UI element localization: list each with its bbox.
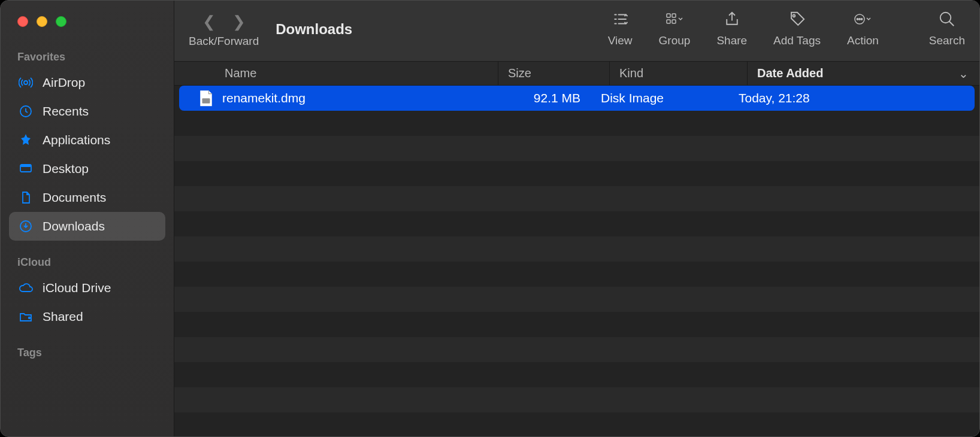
empty-row: [174, 387, 979, 412]
svg-rect-3: [20, 165, 31, 167]
dmg-file-icon: [198, 89, 214, 107]
toolbar: ❮ ❯ Back/Forward Downloads View: [174, 1, 979, 62]
empty-row: [174, 136, 979, 161]
sidebar-heading-icloud: iCloud: [9, 251, 165, 274]
nav-back-forward: ❮ ❯ Back/Forward: [189, 9, 259, 48]
empty-row: [174, 186, 979, 211]
file-row[interactable]: renamekit.dmg 92.1 MB Disk Image Today, …: [179, 86, 975, 111]
sidebar-item-label: AirDrop: [43, 75, 85, 90]
svg-rect-7: [672, 14, 676, 17]
svg-rect-8: [667, 20, 670, 23]
grid-icon: [663, 9, 686, 29]
svg-point-12: [857, 19, 858, 20]
file-date: Today, 21:28: [729, 91, 975, 105]
window-title: Downloads: [276, 21, 352, 38]
tags-button[interactable]: Add Tags: [773, 9, 821, 47]
action-button[interactable]: Action: [847, 9, 879, 47]
empty-row: [174, 362, 979, 387]
svg-point-10: [793, 15, 795, 17]
svg-rect-6: [667, 14, 670, 17]
tool-label: Add Tags: [773, 34, 821, 47]
empty-row: [174, 337, 979, 362]
column-kind[interactable]: Kind: [609, 62, 747, 85]
applications-icon: [17, 132, 34, 148]
toolbar-tools: View Group Share: [608, 9, 965, 47]
sidebar-item-downloads[interactable]: Downloads: [9, 212, 165, 241]
tag-icon: [785, 9, 809, 29]
sidebar-item-desktop[interactable]: Desktop: [9, 154, 165, 183]
svg-point-14: [861, 19, 863, 20]
main-pane: ❮ ❯ Back/Forward Downloads View: [174, 1, 979, 436]
sidebar-heading-tags: Tags: [9, 342, 165, 364]
sidebar-item-label: Recents: [43, 104, 89, 119]
clock-icon: [17, 103, 34, 120]
empty-row: [174, 262, 979, 287]
finder-window: Favorites AirDrop Recents Applications D…: [0, 0, 980, 437]
share-button[interactable]: Share: [716, 9, 747, 47]
empty-row: [174, 111, 979, 136]
sidebar-item-label: Shared: [43, 309, 83, 324]
file-kind: Disk Image: [591, 91, 729, 105]
sidebar-item-icloud-drive[interactable]: iCloud Drive: [9, 274, 165, 302]
sidebar-item-label: Applications: [43, 133, 110, 147]
empty-row: [174, 161, 979, 186]
svg-point-15: [940, 13, 951, 23]
sidebar: Favorites AirDrop Recents Applications D…: [1, 1, 174, 436]
empty-row: [174, 287, 979, 312]
desktop-icon: [17, 160, 34, 177]
empty-row: [174, 211, 979, 236]
column-size[interactable]: Size: [498, 62, 609, 85]
forward-button[interactable]: ❯: [232, 13, 246, 31]
file-name: renamekit.dmg: [222, 91, 306, 105]
sidebar-item-shared[interactable]: Shared: [9, 302, 165, 331]
tool-label: Share: [716, 34, 747, 47]
column-name[interactable]: Name: [216, 62, 498, 85]
zoom-button[interactable]: [56, 16, 66, 27]
sidebar-item-airdrop[interactable]: AirDrop: [9, 68, 165, 97]
nav-label: Back/Forward: [189, 35, 259, 48]
sidebar-item-label: iCloud Drive: [43, 281, 111, 295]
svg-point-13: [859, 19, 860, 20]
back-button[interactable]: ❮: [202, 13, 216, 31]
column-header: Name Size Kind Date Added ⌄: [174, 62, 979, 86]
share-icon: [720, 9, 744, 29]
svg-rect-9: [672, 20, 676, 23]
tool-label: Search: [929, 34, 965, 47]
group-button[interactable]: Group: [659, 9, 691, 47]
sidebar-item-label: Desktop: [43, 162, 89, 176]
sidebar-item-recents[interactable]: Recents: [9, 97, 165, 126]
column-date-label: Date Added: [757, 66, 823, 80]
search-button[interactable]: Search: [929, 9, 965, 47]
column-date-added[interactable]: Date Added ⌄: [747, 62, 979, 85]
traffic-lights: [9, 14, 165, 46]
svg-point-0: [24, 81, 28, 84]
search-icon: [935, 9, 959, 29]
tool-label: Group: [659, 34, 691, 47]
minimize-button[interactable]: [37, 16, 47, 27]
document-icon: [17, 189, 34, 206]
chevron-down-icon: ⌄: [958, 66, 969, 81]
view-button[interactable]: View: [608, 9, 633, 47]
list-view-icon: [608, 9, 632, 29]
airdrop-icon: [17, 74, 34, 91]
downloads-icon: [17, 218, 34, 235]
tool-label: Action: [847, 34, 879, 47]
empty-row: [174, 312, 979, 337]
sidebar-item-label: Downloads: [43, 219, 105, 233]
svg-point-5: [28, 317, 31, 319]
file-size: 92.1 MB: [480, 91, 591, 105]
cloud-icon: [17, 280, 34, 296]
empty-row: [174, 236, 979, 262]
sidebar-item-documents[interactable]: Documents: [9, 183, 165, 212]
sidebar-item-label: Documents: [43, 190, 106, 205]
sidebar-heading-favorites: Favorites: [9, 46, 165, 68]
action-ellipsis-icon: [851, 9, 875, 29]
file-list: renamekit.dmg 92.1 MB Disk Image Today, …: [174, 86, 979, 436]
close-button[interactable]: [17, 16, 28, 27]
tool-label: View: [608, 34, 633, 47]
sidebar-item-applications[interactable]: Applications: [9, 126, 165, 154]
svg-rect-16: [202, 98, 210, 104]
shared-folder-icon: [17, 308, 34, 325]
